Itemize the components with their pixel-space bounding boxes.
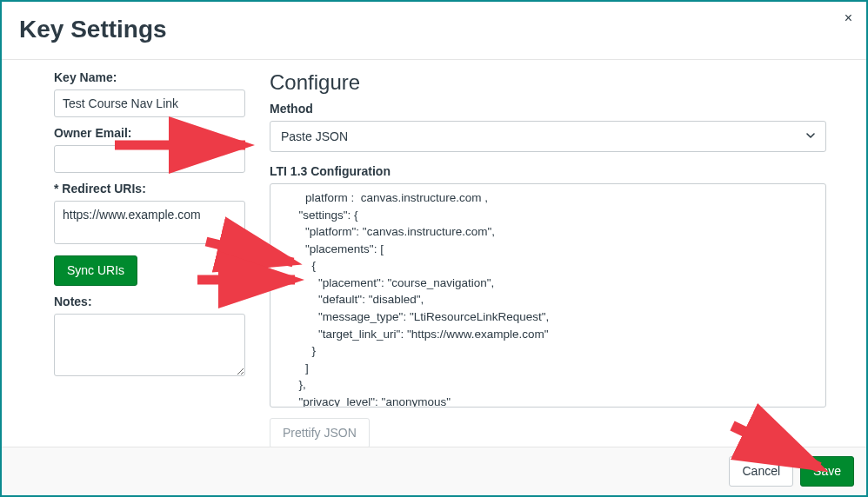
notes-label: Notes: bbox=[54, 295, 245, 308]
close-icon: × bbox=[845, 10, 852, 25]
key-name-input[interactable] bbox=[54, 89, 245, 117]
prettify-json-button[interactable]: Prettify JSON bbox=[270, 418, 370, 447]
method-label: Method bbox=[270, 102, 826, 116]
modal-body-wrap: Key Name: Owner Email: * Redirect URIs: bbox=[2, 60, 866, 447]
key-name-field: Key Name: bbox=[54, 70, 245, 117]
configure-heading: Configure bbox=[270, 70, 826, 95]
owner-email-field: Owner Email: bbox=[54, 126, 245, 173]
owner-email-input[interactable] bbox=[54, 145, 245, 173]
redirect-uris-field: * Redirect URIs: bbox=[54, 182, 245, 247]
cancel-button[interactable]: Cancel bbox=[729, 456, 793, 487]
save-button[interactable]: Save bbox=[800, 456, 854, 487]
content-row: Key Name: Owner Email: * Redirect URIs: bbox=[2, 60, 852, 447]
modal-header: Key Settings × bbox=[2, 2, 866, 60]
sync-row: Sync URIs bbox=[54, 255, 245, 286]
method-select[interactable]: Paste JSON bbox=[270, 121, 826, 152]
modal-footer: Cancel Save bbox=[2, 447, 866, 495]
notes-field: Notes: bbox=[54, 295, 245, 379]
prettify-row: Prettify JSON bbox=[270, 418, 826, 447]
modal-title: Key Settings bbox=[19, 16, 849, 43]
app-frame: Key Settings × Key Name: Owner Email: bbox=[0, 0, 868, 497]
owner-email-label: Owner Email: bbox=[54, 126, 245, 140]
notes-input[interactable] bbox=[54, 314, 245, 376]
method-select-wrap: Paste JSON bbox=[270, 121, 826, 152]
redirect-uris-input[interactable] bbox=[54, 201, 245, 244]
key-name-label: Key Name: bbox=[54, 70, 245, 84]
modal-body[interactable]: Key Name: Owner Email: * Redirect URIs: bbox=[2, 60, 852, 447]
left-column: Key Name: Owner Email: * Redirect URIs: bbox=[54, 70, 245, 447]
redirect-uris-label: * Redirect URIs: bbox=[54, 182, 245, 195]
close-button[interactable]: × bbox=[839, 7, 858, 30]
lti-config-label: LTI 1.3 Configuration bbox=[270, 164, 826, 178]
lti-config-textarea[interactable] bbox=[270, 184, 825, 407]
key-settings-modal: Key Settings × Key Name: Owner Email: bbox=[2, 2, 866, 495]
lti-config-wrap bbox=[270, 183, 826, 408]
right-column: Configure Method Paste JSON LTI 1.3 Conf… bbox=[270, 70, 826, 447]
sync-uris-button[interactable]: Sync URIs bbox=[54, 255, 137, 286]
